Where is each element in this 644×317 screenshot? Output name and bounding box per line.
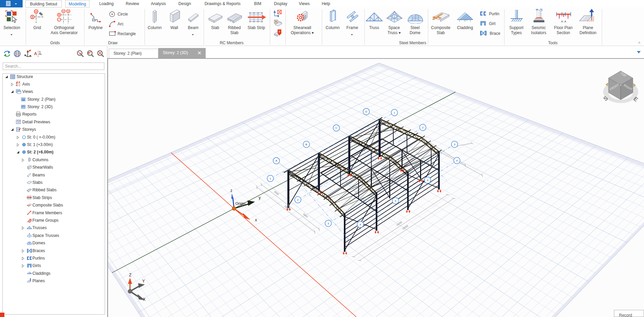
svg-text:2: 2 xyxy=(297,198,299,201)
svg-text:D: D xyxy=(365,110,367,113)
svg-text:3: 3 xyxy=(328,222,329,225)
svg-text:1: 1 xyxy=(269,177,271,180)
svg-text:3: 3 xyxy=(454,143,456,146)
svg-text:4: 4 xyxy=(395,199,396,202)
svg-text:1: 1 xyxy=(39,50,41,54)
svg-text:2: 2 xyxy=(422,126,424,129)
svg-text:B: B xyxy=(306,143,307,146)
svg-text:4: 4 xyxy=(427,179,429,182)
svg-text:y: y xyxy=(259,195,261,200)
svg-text:3D: 3D xyxy=(22,106,25,108)
svg-text:4: 4 xyxy=(360,223,361,226)
svg-text:X: X xyxy=(143,297,146,302)
svg-text:Z: Z xyxy=(129,273,131,277)
svg-text:4: 4 xyxy=(456,159,458,162)
svg-text:z: z xyxy=(230,188,232,193)
svg-text:Y: Y xyxy=(142,279,145,284)
svg-text:C: C xyxy=(335,126,337,129)
svg-text:Origin: Origin xyxy=(235,201,245,205)
svg-text:1: 1 xyxy=(394,111,395,114)
svg-text:x: x xyxy=(255,218,257,222)
svg-text:A: A xyxy=(276,159,278,162)
svg-text:9: 9 xyxy=(279,30,280,33)
svg-text:A: A xyxy=(34,51,37,56)
svg-text:A-A: A-A xyxy=(561,20,566,23)
svg-text:P: P xyxy=(23,98,24,101)
